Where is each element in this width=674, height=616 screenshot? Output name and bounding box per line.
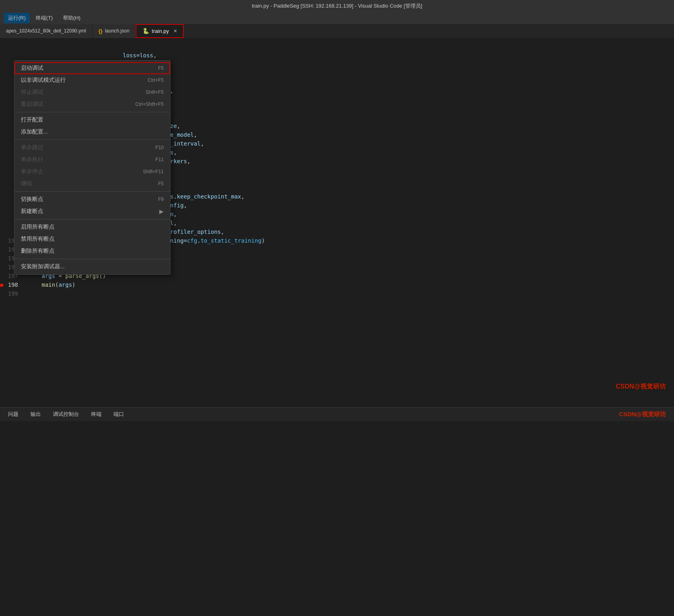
ctx-start-debug[interactable]: 启动调试 F5 (14, 62, 170, 74)
ctx-remove-bp-label: 删除所有断点 (21, 247, 55, 255)
tab-json-icon: {} (99, 28, 103, 34)
ctx-continue[interactable]: 继续 F5 (14, 178, 170, 190)
context-menu: 启动调试 F5 以非调试模式运行 Ctrl+F5 停止调试 Shift+F5 重… (14, 60, 171, 275)
ctx-stop-debug[interactable]: 停止调试 Shift+F5 (14, 86, 170, 98)
ctx-start-debug-label: 启动调试 (21, 65, 43, 72)
ctx-install-debugger[interactable]: 安装附加调试器... (14, 261, 170, 273)
ctx-sep-2 (14, 140, 170, 140)
panel-tab-output[interactable]: 输出 (30, 409, 41, 419)
tab-close-icon[interactable]: × (174, 28, 177, 34)
ctx-continue-label: 继续 (21, 180, 32, 187)
tab-bar: apes_1024x512_80k_deit_12090.yml {} laun… (0, 24, 674, 38)
ctx-stop-debug-label: 停止调试 (21, 89, 43, 96)
csdn-watermark-bottom: CSDN@视觉研坊 (619, 411, 666, 418)
panel-tab-terminal[interactable]: 终端 (91, 409, 102, 419)
tab-trainpy-label: train.py (152, 28, 169, 34)
ctx-install-debugger-label: 安装附加调试器... (21, 263, 65, 270)
ctx-add-config-label: 添加配置... (21, 128, 48, 136)
tab-train-py[interactable]: 🐍 train.py × (136, 24, 184, 38)
ctx-open-config[interactable]: 打开配置 (14, 114, 170, 126)
ctx-start-debug-shortcut: F5 (158, 65, 164, 71)
ctx-new-bp-arrow: ▶ (159, 208, 164, 215)
ctx-add-config[interactable]: 添加配置... (14, 126, 170, 138)
ctx-restart-debug[interactable]: 重启调试 Ctrl+Shift+F5 (14, 98, 170, 110)
ctx-new-bp[interactable]: 新建断点 ▶ (14, 205, 170, 217)
ctx-sep-1 (14, 112, 170, 112)
panel-tab-debug-console[interactable]: 调试控制台 (53, 409, 79, 419)
ctx-new-bp-label: 新建断点 (21, 208, 43, 215)
ctx-open-config-label: 打开配置 (21, 116, 43, 124)
ctx-remove-bp[interactable]: 删除所有断点 (14, 245, 170, 257)
ctx-stop-debug-shortcut: Shift+F5 (146, 89, 164, 95)
bottom-panel: 问题 输出 调试控制台 终端 端口 CSDN@视觉研坊 (0, 407, 674, 421)
menu-bar: 运行(R) 终端(T) 帮助(H) (0, 12, 674, 24)
ctx-step-out-label: 单步停止 (21, 168, 43, 175)
tab-json-label: launch.json (105, 28, 130, 34)
ctx-step-into-shortcut: F11 (155, 157, 164, 162)
ctx-step-out[interactable]: 单步停止 Shift+F11 (14, 166, 170, 178)
tab-yml-label: apes_1024x512_80k_deit_12090.yml (6, 28, 86, 34)
ctx-toggle-bp[interactable]: 切换断点 F9 (14, 193, 170, 205)
panel-tab-problems[interactable]: 问题 (8, 409, 18, 419)
ctx-disable-bp-label: 禁用所有断点 (21, 235, 55, 243)
ctx-continue-shortcut: F5 (158, 181, 164, 186)
ctx-sep-3 (14, 191, 170, 192)
ctx-sep-5 (14, 259, 170, 259)
title-text: train.py - PaddleSeg [SSH: 192.168.21.13… (252, 2, 422, 10)
editor-area: 193 194 195 196 197 ● 198 199 loss=loss,… (0, 38, 674, 407)
tab-trainpy-icon: 🐍 (142, 28, 149, 34)
ctx-run-no-debug[interactable]: 以非调试模式运行 Ctrl+F5 (14, 74, 170, 86)
ctx-step-into[interactable]: 单步执行 F11 (14, 154, 170, 166)
ctx-step-out-shortcut: Shift+F11 (143, 169, 164, 174)
ctx-restart-debug-shortcut: Ctrl+Shift+F5 (135, 101, 164, 107)
ctx-toggle-bp-label: 切换断点 (21, 196, 43, 203)
ctx-step-over-label: 单步跳过 (21, 144, 43, 151)
ctx-enable-bp-label: 启用所有断点 (21, 223, 55, 231)
ctx-restart-debug-label: 重启调试 (21, 101, 43, 108)
context-menu-overlay: 启动调试 F5 以非调试模式运行 Ctrl+F5 停止调试 Shift+F5 重… (0, 38, 674, 407)
tab-yml[interactable]: apes_1024x512_80k_deit_12090.yml (0, 24, 93, 38)
title-bar: train.py - PaddleSeg [SSH: 192.168.21.13… (0, 0, 674, 12)
ctx-toggle-bp-shortcut: F9 (158, 197, 164, 202)
panel-tab-ports[interactable]: 端口 (114, 409, 124, 419)
menu-run[interactable]: 运行(R) (4, 13, 30, 23)
ctx-step-over[interactable]: 单步跳过 F10 (14, 142, 170, 154)
ctx-sep-4 (14, 219, 170, 219)
ctx-step-into-label: 单步执行 (21, 156, 43, 163)
menu-help[interactable]: 帮助(H) (59, 13, 85, 23)
ctx-enable-bp[interactable]: 启用所有断点 (14, 221, 170, 233)
vscode-window: train.py - PaddleSeg [SSH: 192.168.21.13… (0, 0, 674, 421)
ctx-run-no-debug-shortcut: Ctrl+F5 (148, 77, 164, 83)
ctx-run-no-debug-label: 以非调试模式运行 (21, 77, 66, 84)
ctx-step-over-shortcut: F10 (155, 145, 164, 150)
menu-terminal[interactable]: 终端(T) (32, 13, 57, 23)
ctx-disable-bp[interactable]: 禁用所有断点 (14, 233, 170, 245)
tab-launch-json[interactable]: {} launch.json (93, 24, 136, 38)
